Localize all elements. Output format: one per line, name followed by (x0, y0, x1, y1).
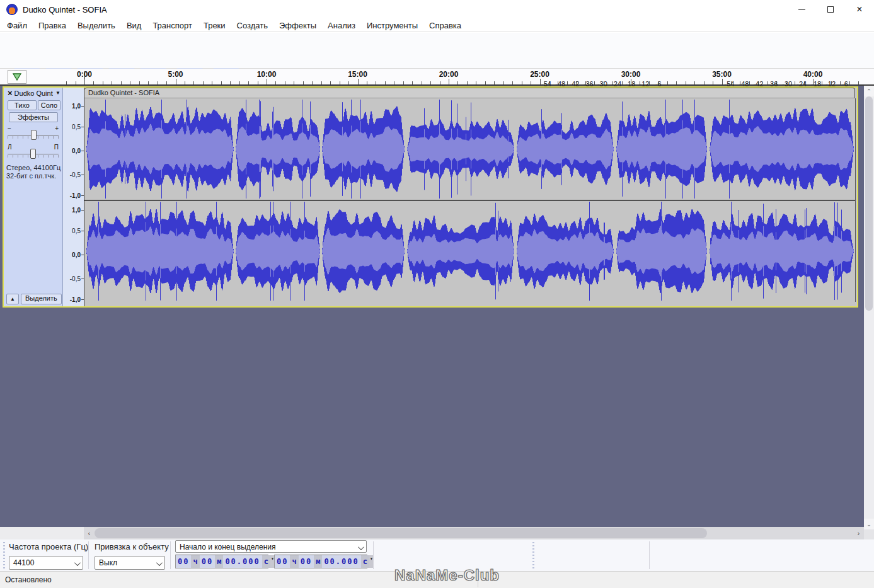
scroll-left-button[interactable]: ‹ (84, 527, 95, 539)
clip-title-bar[interactable]: Dudko Quintet - SOFIA (84, 88, 855, 98)
timeline-label: 0:00 (77, 70, 92, 79)
track-close-button[interactable]: × (6, 88, 14, 98)
time-digits[interactable]: 00 (200, 555, 215, 568)
meter-tick-label: -54 (725, 80, 735, 88)
time-unit[interactable]: с (361, 555, 369, 568)
timeline-tick (376, 81, 376, 84)
timeline-label: 5:00 (168, 70, 183, 79)
timeline-options-button[interactable] (8, 70, 26, 84)
audio-clip[interactable]: Dudko Quintet - SOFIA (84, 88, 855, 306)
timeline-tick (275, 81, 276, 84)
timeline-label: 35:00 (712, 70, 732, 79)
timeline-tick (148, 81, 149, 84)
window-controls: × (787, 0, 874, 19)
vertical-ruler[interactable]: 1,00,50,0-0,5-1,0 1,00,50,0-0,5-1,0 (63, 88, 84, 306)
audio-track: × Dudko Quint ▼ Тихо Соло Эффекты − + Л … (3, 86, 858, 308)
meter-tick-label: -24 (796, 80, 807, 88)
minimize-icon (798, 9, 805, 10)
pan-slider[interactable]: Л П (8, 145, 59, 160)
scroll-up-button[interactable]: ⌃ (864, 86, 874, 96)
timeline-tick (512, 81, 513, 84)
time-digits[interactable]: 00 (176, 555, 191, 568)
vertical-scrollbar-thumb[interactable] (865, 96, 873, 311)
gain-slider[interactable]: − + (8, 126, 59, 141)
time-unit[interactable]: ч (191, 555, 199, 568)
meter-tick-label: -42 (753, 80, 763, 88)
selection-start-time-field[interactable]: 00ч00м00.000с▾ (175, 555, 268, 568)
menu-effect[interactable]: Эффекты (273, 20, 322, 32)
timeline-tick (158, 81, 158, 84)
meter-tick-label: -6 (655, 80, 662, 88)
pan-slider-thumb[interactable] (30, 149, 36, 159)
stereo-waveform[interactable] (84, 98, 856, 302)
time-unit[interactable]: м (314, 555, 322, 568)
timeline-label: 30:00 (621, 70, 641, 79)
mute-button[interactable]: Тихо (8, 100, 37, 110)
menu-generate[interactable]: Создать (231, 20, 273, 32)
timeline-tick (203, 81, 204, 84)
horizontal-scrollbar-thumb[interactable] (95, 528, 707, 538)
timeline-tick (485, 81, 486, 84)
menu-edit[interactable]: Правка (33, 20, 72, 32)
timeline-tick (430, 81, 431, 84)
snap-to-value: Выкл (99, 558, 117, 567)
time-digits[interactable]: 00.000 (322, 555, 360, 568)
time-digits[interactable]: 00 (275, 555, 290, 568)
menu-view[interactable]: Вид (121, 20, 147, 32)
time-digits[interactable]: 00.000 (223, 555, 262, 568)
timeline-tick (103, 81, 103, 84)
track-name[interactable]: Dudko Quint (14, 89, 55, 97)
scale-label: 0,5 (72, 124, 81, 130)
timeline-label: 25:00 (530, 70, 549, 79)
selection-mode-value: Начало и конец выделения (180, 543, 276, 551)
selection-end-time-field[interactable]: 00ч00м00.000с▾ (274, 555, 367, 568)
meter-tick-label: -54 (541, 80, 551, 88)
snap-to-label: Привязка к объекту (95, 542, 169, 551)
menu-tools[interactable]: Инструменты (361, 20, 423, 32)
meter-tick-label: -12 (640, 80, 650, 88)
timeline-tick (294, 81, 294, 84)
menu-transport[interactable]: Транспорт (147, 20, 198, 32)
effects-button[interactable]: Эффекты (9, 112, 58, 122)
close-button[interactable]: × (845, 0, 874, 19)
timeline-tick (358, 79, 359, 84)
timeline-tick (457, 81, 458, 84)
time-unit[interactable]: с (262, 555, 270, 568)
gain-slider-thumb[interactable] (31, 130, 37, 140)
toolbar-grip[interactable] (3, 542, 5, 568)
horizontal-scrollbar[interactable]: ‹ › (84, 527, 864, 539)
time-unit[interactable]: ч (290, 555, 298, 568)
scroll-down-button[interactable]: ⌄ (864, 519, 874, 529)
scroll-right-button[interactable]: › (853, 527, 864, 539)
snap-to-combobox[interactable]: Выкл (95, 556, 165, 570)
project-rate-combobox[interactable]: 44100 (9, 556, 83, 570)
toolbar-divider (88, 541, 89, 569)
vertical-scrollbar[interactable]: ⌃ ⌄ (864, 86, 874, 529)
timeline-tick (722, 79, 723, 84)
select-track-button[interactable]: Выделить (21, 294, 62, 304)
timeline-tick (749, 81, 750, 84)
track-area[interactable]: × Dudko Quint ▼ Тихо Соло Эффекты − + Л … (0, 86, 874, 539)
menu-select[interactable]: Выделить (72, 20, 121, 32)
menu-help[interactable]: Справка (423, 20, 467, 32)
project-rate-value: 44100 (13, 558, 34, 567)
menu-analyze[interactable]: Анализ (322, 20, 361, 32)
time-unit[interactable]: м (215, 555, 223, 568)
track-menu-button[interactable]: ▼ (55, 90, 60, 96)
selection-mode-combobox[interactable]: Начало и конец выделения (175, 540, 367, 553)
timeline-tick (540, 79, 541, 84)
time-digits[interactable]: 00 (299, 555, 314, 568)
maximize-button[interactable] (816, 0, 845, 19)
track-format-line1: Стерео, 44100Гц (6, 164, 62, 172)
titlebar: Dudko Quintet - SOFIA × (0, 0, 874, 19)
toolbar-grip[interactable] (532, 542, 534, 568)
gain-plus-label: + (55, 125, 59, 132)
timeline-tick (340, 81, 340, 84)
pin-triangle-icon (12, 72, 22, 81)
collapse-track-button[interactable]: ▲ (6, 294, 19, 304)
minimize-button[interactable] (787, 0, 816, 19)
solo-button[interactable]: Соло (38, 100, 60, 110)
menu-tracks[interactable]: Треки (198, 20, 231, 32)
meter-tick-label: -18 (625, 80, 635, 88)
menu-file[interactable]: Файл (1, 20, 33, 32)
